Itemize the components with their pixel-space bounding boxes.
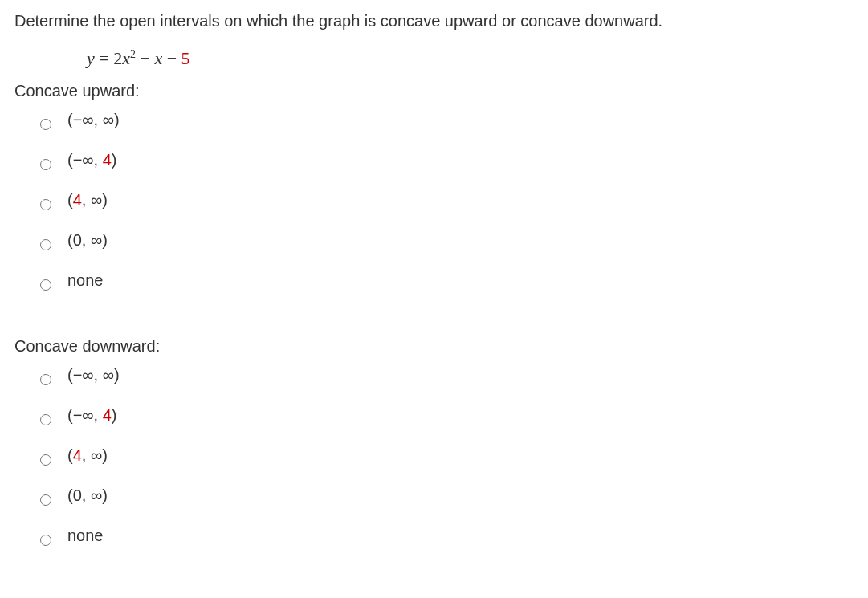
radio-up-4[interactable] [40,279,51,291]
option-text: (−∞, ∞) [67,364,120,386]
upward-option: (−∞, 4) [40,148,854,171]
opt-pre: ( [67,191,73,209]
radio-up-0[interactable] [40,119,51,130]
eq-var1: x [122,48,130,68]
option-text: (0, ∞) [67,229,108,251]
opt-pre: ( [67,446,73,464]
opt-red: 4 [103,151,112,169]
downward-option: (4, ∞) [40,444,854,466]
eq-exp: 2 [130,48,136,60]
eq-lhs: y [87,48,95,68]
downward-option: (0, ∞) [40,484,854,506]
eq-coef1: 2 [113,48,122,68]
equation: y = 2x2 − x − 5 [87,47,854,71]
opt-post: , ∞) [82,191,108,209]
downward-option: (−∞, 4) [40,404,854,426]
radio-down-1[interactable] [40,414,51,425]
option-text: (−∞, 4) [67,404,117,426]
eq-minus1: − [136,48,154,68]
radio-down-2[interactable] [40,454,51,466]
option-text: (0, ∞) [67,484,108,506]
upward-option: none [40,269,854,291]
opt-post: ) [112,151,117,169]
option-text: none [67,524,104,547]
upward-option: (0, ∞) [40,229,854,251]
opt-pre: (−∞, ∞) [67,366,120,384]
opt-pre: (0, ∞) [67,231,108,249]
option-text: (4, ∞) [67,189,108,211]
opt-red: 4 [103,406,112,424]
opt-pre: (−∞, ∞) [67,111,120,128]
radio-down-0[interactable] [40,374,51,385]
option-text: (4, ∞) [67,444,108,466]
eq-minus2: − [162,48,181,68]
option-text: none [67,269,104,291]
radio-up-3[interactable] [40,239,51,250]
opt-red: 4 [73,191,82,209]
upward-options: (−∞, ∞) (−∞, 4) (4, ∞) (0, ∞) none [40,108,854,291]
downward-label: Concave downward: [14,335,854,357]
eq-constant: 5 [181,48,190,68]
radio-down-4[interactable] [40,535,51,546]
radio-up-1[interactable] [40,159,51,170]
downward-option: none [40,524,854,547]
opt-post: ) [112,406,117,424]
opt-pre: none [67,271,104,289]
opt-pre: none [67,527,104,544]
eq-equals: = [95,48,113,68]
upward-label: Concave upward: [14,79,854,102]
downward-options: (−∞, ∞) (−∞, 4) (4, ∞) (0, ∞) none [40,364,854,547]
option-text: (−∞, 4) [67,148,117,171]
opt-post: , ∞) [82,446,108,464]
upward-option: (−∞, ∞) [40,108,854,131]
radio-up-2[interactable] [40,199,51,210]
question-text: Determine the open intervals on which th… [14,10,854,32]
eq-var2: x [154,48,162,68]
opt-pre: (0, ∞) [67,486,108,504]
radio-down-3[interactable] [40,494,51,506]
downward-option: (−∞, ∞) [40,364,854,386]
opt-red: 4 [73,446,82,464]
opt-pre: (−∞, [67,406,103,424]
opt-pre: (−∞, [67,151,103,169]
upward-option: (4, ∞) [40,189,854,211]
option-text: (−∞, ∞) [67,108,120,131]
